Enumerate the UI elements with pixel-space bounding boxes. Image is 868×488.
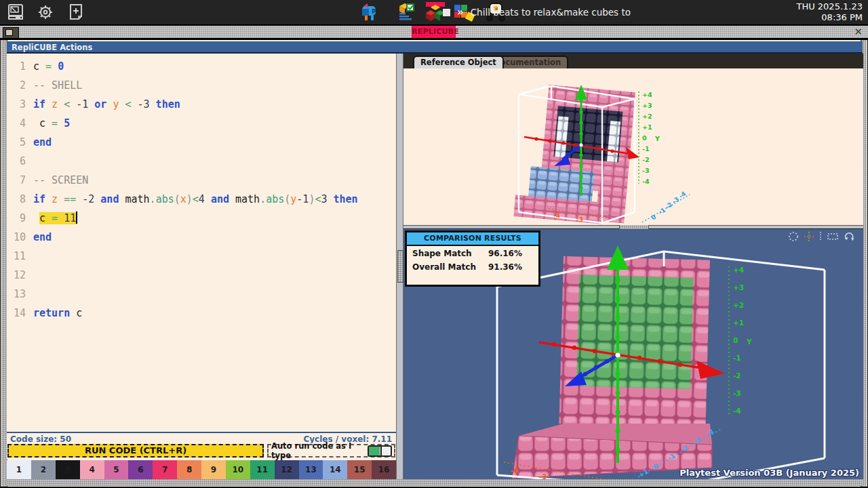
svg-text:+1: +1 [642,123,652,131]
auto-run-label: Auto run code as I type [269,441,368,460]
code-editor[interactable]: 1c = 02-- SHELL3if z < -1 or y < -3 then… [7,54,396,432]
svg-text:-4: -4 [642,178,650,185]
stop-icon[interactable] [443,9,450,16]
axes-toggle-icon[interactable] [804,231,814,242]
vertical-splitter[interactable] [396,54,403,479]
code-line[interactable]: 8if z == -2 and math.abs(x)<4 and math.a… [7,190,396,209]
reference-object-viewport[interactable]: +4 +3 +2 +1 0 -1 -2 -3 -4 Y 0 -1 -2 -3 -… [403,68,863,225]
code-line[interactable]: 7-- SCREEN [7,171,396,190]
line-number: 12 [7,266,26,285]
gear-icon[interactable] [37,3,54,21]
code-size-label: Code size: 50 [10,434,71,444]
player-voxel-model [559,256,710,428]
line-number: 14 [7,304,26,323]
line-number: 4 [7,114,26,133]
code-line[interactable]: 1c = 0 [7,57,396,76]
svg-text:-4: -4 [511,467,518,474]
svg-text:-1: -1 [733,354,741,362]
svg-text:-3: -3 [539,473,547,479]
rotate-view-icon[interactable] [844,231,855,242]
run-controls: RUN CODE (CTRL+R) Auto run code as I typ… [7,443,396,460]
palette-swatch-9[interactable]: 9 [201,460,226,479]
overall-match-row: Overall Match 91.36% [407,260,538,273]
line-number: 6 [7,152,26,171]
tab-reference-object[interactable]: Reference Object [413,56,504,68]
line-number: 1 [7,57,26,76]
palette-swatch-12[interactable]: 12 [275,460,299,479]
auto-run-box: Auto run code as I type [267,444,395,458]
splitter-grip[interactable] [397,250,403,283]
computer-icon[interactable] [7,3,24,21]
palette-swatch-16[interactable]: 16 [372,460,396,479]
tasks-app-icon[interactable] [395,2,416,22]
palette-swatch-6[interactable]: 6 [128,460,153,479]
code-line[interactable]: 9 c = 11 [7,209,396,228]
version-label: Playtest Version 03B (January 2025) [679,468,859,478]
code-line[interactable]: 2-- SHELL [7,76,396,95]
auto-run-toggle[interactable] [368,445,392,457]
time-text: 08:36 PM [796,12,863,23]
z-axis-ticks: 0 -1 -2 -3 -4 [642,190,690,222]
palette-swatch-15[interactable]: 15 [347,460,372,479]
code-line[interactable]: 14return c [7,304,396,323]
replicube-window: RepliCUBE Actions 1c = 02-- SHELL3if z <… [0,39,868,487]
palette-swatch-4[interactable]: 4 [80,460,104,479]
right-pane-tabs: Reference Object Documentation [403,54,863,68]
svg-text:Y: Y [654,135,660,142]
svg-text:-1: -1 [642,145,650,152]
active-line-highlight: c = 11 [39,212,77,224]
line-number: 9 [7,209,26,228]
line-number: 5 [7,133,26,152]
palette-swatch-7[interactable]: 7 [153,460,177,479]
palette-swatch-11[interactable]: 11 [250,460,275,479]
svg-text:Y: Y [746,338,752,346]
palette-swatch-3[interactable]: 3 [56,460,80,479]
code-line[interactable]: 10end [7,228,396,247]
system-topbar: P » Chill beats to relax&make c [0,0,868,24]
line-number: 8 [7,190,26,209]
clock: THU 2025.1.23 08:36 PM [796,1,863,23]
code-line[interactable]: 5end [7,133,396,152]
music-track-title: Chill beats to relax&make cubes to [471,7,631,18]
text-cursor [76,211,77,224]
svg-text:+3: +3 [642,102,652,109]
new-document-icon[interactable] [68,3,84,21]
overall-match-label: Overall Match [412,262,476,272]
palette-swatch-14[interactable]: 14 [323,460,347,479]
line-number: 7 [7,171,26,190]
svg-text:-2: -2 [733,371,741,380]
code-line[interactable]: 6 [7,152,396,171]
palette-swatch-8[interactable]: 8 [177,460,201,479]
shape-match-row: Shape Match 96.16% [407,246,538,260]
code-line[interactable]: 3if z < -1 or y < -3 then [7,95,396,114]
bounding-box-toggle-icon[interactable] [827,231,839,242]
palette-swatch-10[interactable]: 10 [226,460,250,479]
svg-text:-3: -3 [733,389,741,397]
code-line[interactable]: 11 [7,247,396,266]
shape-match-label: Shape Match [412,249,472,258]
palette-swatch-13[interactable]: 13 [299,460,323,479]
svg-text:-3: -3 [576,216,583,223]
selection-circle-icon[interactable] [788,231,799,242]
comparison-title: COMPARISON RESULTS [407,232,538,246]
y-axis-ticks: +4 +3 +2 +1 0 -1 -2 -3 -4 Y [729,266,752,415]
palette-swatch-5[interactable]: 5 [104,460,129,479]
palette-swatch-2[interactable]: 2 [31,460,56,479]
code-line[interactable]: 4 c = 5 [7,114,396,133]
window-titlebar[interactable]: RepliCUBE Actions [7,41,863,54]
window-list-icon[interactable] [3,27,19,39]
svg-text:0: 0 [733,336,738,344]
close-icon[interactable]: ✕ [854,26,863,38]
player-build-viewport[interactable]: +4 +3 +2 +1 0 -1 -2 -3 -4 Y +1 0 -1 -2 -… [403,229,863,479]
palette-swatch-1[interactable]: 1 [7,460,31,479]
svg-text:P: P [372,8,376,15]
svg-text:-4: -4 [553,212,560,219]
skip-icon[interactable]: » [457,6,464,18]
tab-replicube[interactable]: REPLICUBE [412,26,456,38]
mailbox-app-icon[interactable]: P [359,2,380,22]
run-code-button[interactable]: RUN CODE (CTRL+R) [7,444,264,458]
viewport-toolbar [788,231,855,242]
code-line[interactable]: 13 [7,285,396,304]
code-line[interactable]: 12 [7,266,396,285]
color-palette: 12345678910111213141516 [7,460,396,479]
